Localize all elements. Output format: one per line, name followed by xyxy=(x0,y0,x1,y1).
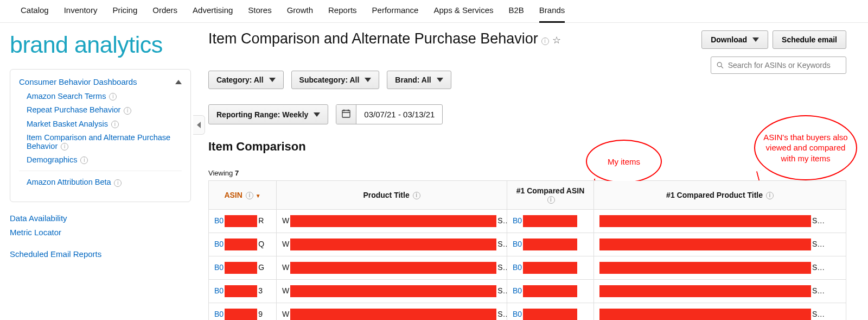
item-comparison-table: ASIN i ▼ Product Title i #1 Compared ASI… xyxy=(208,180,846,320)
sidebar-item-demographics[interactable]: Demographics xyxy=(27,155,78,164)
search-icon xyxy=(717,61,724,69)
cell-compared-asin: B0 xyxy=(507,303,594,320)
col-asin[interactable]: ASIN i ▼ xyxy=(209,181,277,210)
cell-asin: B0R xyxy=(209,210,277,233)
link-data-availability[interactable]: Data Availability xyxy=(10,212,191,225)
table-row: B0RWS…B0S… xyxy=(209,210,846,233)
info-icon: i xyxy=(413,192,420,199)
link-metric-locator[interactable]: Metric Locator xyxy=(10,226,191,239)
cell-compared-title: S… xyxy=(594,210,846,233)
search-input[interactable] xyxy=(728,61,840,70)
caret-down-icon xyxy=(365,78,371,82)
compared-asin-link[interactable]: B0 xyxy=(513,310,522,318)
nav-brands[interactable]: Brands xyxy=(539,5,565,18)
table-row: B0GWS…B0S… xyxy=(209,256,846,280)
calendar-icon[interactable] xyxy=(336,105,356,124)
nav-catalog[interactable]: Catalog xyxy=(21,5,49,18)
sidebar: brand analytics Consumer Behavior Dashbo… xyxy=(0,23,195,320)
nav-apps-services[interactable]: Apps & Services xyxy=(433,5,493,18)
schedule-email-button[interactable]: Schedule email xyxy=(773,30,846,49)
asin-link[interactable]: B0 xyxy=(214,310,224,318)
sidebar-panel: Consumer Behavior Dashboards Amazon Sear… xyxy=(10,69,191,202)
table-row: B0QWS…B0S… xyxy=(209,233,846,256)
compared-asin-link[interactable]: B0 xyxy=(513,240,522,248)
cell-asin: B0Q xyxy=(209,233,277,256)
cell-product-title: WS… xyxy=(277,210,507,233)
asin-link[interactable]: B0 xyxy=(214,263,224,272)
filter-subcategory[interactable]: Subcategory: All xyxy=(291,71,380,89)
info-icon: i xyxy=(114,179,122,187)
cell-asin: B09 xyxy=(209,303,277,320)
col-product-title[interactable]: Product Title i xyxy=(277,181,507,210)
info-icon: i xyxy=(109,93,117,101)
nav-performance[interactable]: Performance xyxy=(372,5,419,18)
svg-line-1 xyxy=(721,66,723,68)
caret-down-icon xyxy=(437,78,443,82)
nav-b2b[interactable]: B2B xyxy=(508,5,524,18)
asin-link[interactable]: B0 xyxy=(214,286,224,295)
top-nav: Catalog Inventory Pricing Orders Adverti… xyxy=(0,0,868,23)
date-range-picker[interactable]: 03/07/21 - 03/13/21 xyxy=(336,104,443,124)
cell-asin: B0G xyxy=(209,256,277,280)
sidebar-item-attribution[interactable]: Amazon Attribution Beta xyxy=(27,178,111,186)
table-row: B09WS…B0S… xyxy=(209,303,846,320)
col-compared-asin[interactable]: #1 Compared ASINi xyxy=(507,181,594,210)
nav-inventory[interactable]: Inventory xyxy=(64,5,98,18)
annotation-compared-asins: ASIN's that buyers also viewed and compa… xyxy=(754,115,857,180)
sidebar-item-repeat-purchase[interactable]: Repeat Purchase Behavior xyxy=(27,105,120,114)
compared-asin-link[interactable]: B0 xyxy=(513,286,522,295)
cell-asin: B03 xyxy=(209,280,277,303)
sidebar-group-toggle[interactable]: Consumer Behavior Dashboards xyxy=(19,77,182,86)
search-box[interactable] xyxy=(711,57,846,74)
cell-compared-title: S… xyxy=(594,280,846,303)
caret-down-icon xyxy=(269,78,276,82)
nav-pricing[interactable]: Pricing xyxy=(112,5,137,18)
compared-asin-link[interactable]: B0 xyxy=(513,216,522,225)
info-icon: i xyxy=(61,143,68,150)
brand-analytics-logo: brand analytics xyxy=(10,32,191,58)
asin-link[interactable]: B0 xyxy=(214,216,224,225)
cell-product-title: WS… xyxy=(277,233,507,256)
link-scheduled-email-reports[interactable]: Scheduled Email Reports xyxy=(10,248,191,261)
nav-stores[interactable]: Stores xyxy=(248,5,271,18)
cell-product-title: WS… xyxy=(277,280,507,303)
cell-compared-asin: B0 xyxy=(507,210,594,233)
sidebar-item-market-basket[interactable]: Market Basket Analysis xyxy=(27,120,108,128)
cell-compared-title: S… xyxy=(594,233,846,256)
sidebar-item-item-comparison[interactable]: Item Comparison and Alternate Purchase B… xyxy=(27,133,170,150)
asin-link[interactable]: B0 xyxy=(214,240,224,248)
compared-asin-link[interactable]: B0 xyxy=(513,263,522,272)
favorite-star-icon[interactable]: ☆ xyxy=(552,35,561,46)
nav-growth[interactable]: Growth xyxy=(287,5,313,18)
nav-orders[interactable]: Orders xyxy=(152,5,177,18)
svg-rect-2 xyxy=(342,110,350,117)
cell-compared-asin: B0 xyxy=(507,256,594,280)
filter-reporting-range[interactable]: Reporting Range: Weekly xyxy=(208,104,328,124)
cell-compared-title: S… xyxy=(594,303,846,320)
date-range-value: 03/07/21 - 03/13/21 xyxy=(356,105,442,123)
sidebar-group-title: Consumer Behavior Dashboards xyxy=(19,77,137,86)
col-compared-title[interactable]: #1 Compared Product Title i xyxy=(594,181,846,210)
caret-down-icon xyxy=(314,112,320,117)
info-icon: i xyxy=(766,192,774,199)
viewing-count: Viewing 7 xyxy=(208,169,846,177)
info-icon: i xyxy=(124,107,131,115)
filters: Category: All Subcategory: All Brand: Al… xyxy=(208,71,846,124)
cell-compared-asin: B0 xyxy=(507,280,594,303)
download-button[interactable]: Download xyxy=(701,30,768,49)
info-icon: i xyxy=(246,192,253,199)
filter-category[interactable]: Category: All xyxy=(208,71,284,89)
sidebar-item-search-terms[interactable]: Amazon Search Terms xyxy=(27,92,106,101)
info-icon[interactable]: i xyxy=(541,37,549,45)
cell-product-title: WS… xyxy=(277,256,507,280)
info-icon: i xyxy=(547,196,555,204)
schedule-label: Schedule email xyxy=(782,35,837,44)
filter-brand[interactable]: Brand: All xyxy=(387,71,451,89)
page-title: Item Comparison and Alternate Purchase B… xyxy=(208,30,538,47)
download-label: Download xyxy=(711,35,747,44)
cell-compared-asin: B0 xyxy=(507,233,594,256)
sort-desc-icon: ▼ xyxy=(256,193,261,199)
nav-advertising[interactable]: Advertising xyxy=(193,5,233,18)
svg-point-0 xyxy=(717,62,722,67)
nav-reports[interactable]: Reports xyxy=(328,5,357,18)
